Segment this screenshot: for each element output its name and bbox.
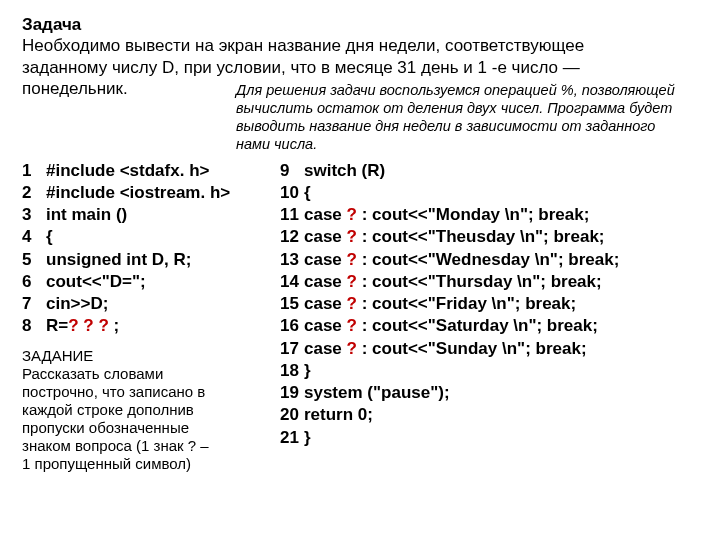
code-line: 18} <box>280 360 698 381</box>
blank-placeholder: ? <box>347 250 357 269</box>
code-line-case: 16case ? : cout<<"Saturday \n"; break; <box>280 315 698 336</box>
blank-placeholder: ? <box>347 272 357 291</box>
line-number: 3 <box>22 204 46 225</box>
code-line: 3int main () <box>22 204 258 225</box>
line-number: 17 <box>280 338 304 359</box>
line-number: 16 <box>280 315 304 336</box>
code-text: } <box>304 360 311 381</box>
code-text: #include <stdafx. h> <box>46 160 209 181</box>
left-column: 1#include <stdafx. h>2#include <iostream… <box>22 160 258 473</box>
blank-placeholder: ? <box>347 294 357 313</box>
code-frag: ; <box>109 316 119 335</box>
code-text: cout<<"D="; <box>46 271 146 292</box>
right-tail-block: 18}19system ("pause");20return 0;21} <box>280 360 698 448</box>
code-text: case ? : cout<<"Monday \n"; break; <box>304 204 589 225</box>
hint-l2: вычислить остаток от деления двух чисел.… <box>236 100 672 116</box>
assignment-l4: пропуски обозначенные <box>22 419 258 437</box>
code-text: case ? : cout<<"Wednesday \n"; break; <box>304 249 619 270</box>
cases-block: 11case ? : cout<<"Monday \n"; break;12ca… <box>280 204 698 359</box>
line-number: 7 <box>22 293 46 314</box>
assignment-l3: каждой строке дополнив <box>22 401 258 419</box>
code-line-case: 13case ? : cout<<"Wednesday \n"; break; <box>280 249 698 270</box>
line-number: 12 <box>280 226 304 247</box>
line-number: 18 <box>280 360 304 381</box>
code-line-case: 12case ? : cout<<"Theusday \n"; break; <box>280 226 698 247</box>
line-number: 9 <box>280 160 304 181</box>
code-text: unsigned int D, R; <box>46 249 191 270</box>
code-text: cin>>D; <box>46 293 108 314</box>
line-number: 6 <box>22 271 46 292</box>
code-line-case: 15case ? : cout<<"Friday \n"; break; <box>280 293 698 314</box>
line-number: 21 <box>280 427 304 448</box>
task-line2: заданному числу D, при условии, что в ме… <box>22 58 580 77</box>
code-line: 7cin>>D; <box>22 293 258 314</box>
code-line: 4{ <box>22 226 258 247</box>
assignment-l6: 1 пропущенный символ) <box>22 455 258 473</box>
code-text: { <box>304 182 311 203</box>
line-number: 2 <box>22 182 46 203</box>
line-number: 5 <box>22 249 46 270</box>
line-number: 10 <box>280 182 304 203</box>
code-line: 5unsigned int D, R; <box>22 249 258 270</box>
code-line-9: 9 switch (R) <box>280 160 698 181</box>
code-line-case: 17case ? : cout<<"Sunday \n"; break; <box>280 338 698 359</box>
line-number: 15 <box>280 293 304 314</box>
task-heading: Задача <box>22 14 698 35</box>
task-line1: Необходимо вывести на экран название дня… <box>22 36 584 55</box>
code-text: } <box>304 427 311 448</box>
code-text: case ? : cout<<"Sunday \n"; break; <box>304 338 587 359</box>
hint-l1: Для решения задачи воспользуемся операци… <box>236 82 675 98</box>
assignment-heading: ЗАДАНИЕ <box>22 347 258 365</box>
code-text: return 0; <box>304 404 373 425</box>
code-text: system ("pause"); <box>304 382 450 403</box>
code-text: #include <iostream. h> <box>46 182 230 203</box>
line-number: 11 <box>280 204 304 225</box>
code-line: 20return 0; <box>280 404 698 425</box>
code-line-8: 8 R=? ? ? ; <box>22 315 258 336</box>
line-number: 20 <box>280 404 304 425</box>
assignment-l1: Рассказать словами <box>22 365 258 383</box>
code-text: case ? : cout<<"Friday \n"; break; <box>304 293 576 314</box>
code-text: case ? : cout<<"Saturday \n"; break; <box>304 315 598 336</box>
code-line: 19system ("pause"); <box>280 382 698 403</box>
blank-placeholder: ? <box>347 316 357 335</box>
code-line-case: 11case ? : cout<<"Monday \n"; break; <box>280 204 698 225</box>
blank-placeholder: ? <box>347 339 357 358</box>
task-line3: понедельник. <box>22 79 128 98</box>
hint-l3: выводить название дня недели в зависимос… <box>236 118 655 134</box>
code-frag: R= <box>46 316 68 335</box>
blank-placeholder: ? <box>347 227 357 246</box>
code-text: case ? : cout<<"Theusday \n"; break; <box>304 226 605 247</box>
line-number: 8 <box>22 315 46 336</box>
code-text: case ? : cout<<"Thursday \n"; break; <box>304 271 602 292</box>
code-line-10: 10 { <box>280 182 698 203</box>
assignment-l5: знаком вопроса (1 знак ? – <box>22 437 258 455</box>
assignment-l2: построчно, что записано в <box>22 383 258 401</box>
blank-placeholder: ? <box>347 205 357 224</box>
code-text: switch (R) <box>304 160 385 181</box>
left-code-block: 1#include <stdafx. h>2#include <iostream… <box>22 160 258 315</box>
hint-text: Для решения задачи воспользуемся операци… <box>236 81 698 154</box>
line-number: 19 <box>280 382 304 403</box>
assignment-block: ЗАДАНИЕ Рассказать словами построчно, чт… <box>22 347 258 473</box>
line-number: 13 <box>280 249 304 270</box>
line-number: 4 <box>22 226 46 247</box>
blank-placeholder: ? ? ? <box>68 316 109 335</box>
code-line: 6cout<<"D="; <box>22 271 258 292</box>
code-columns: 1#include <stdafx. h>2#include <iostream… <box>22 160 698 473</box>
code-text: int main () <box>46 204 127 225</box>
code-text: { <box>46 226 53 247</box>
hint-l4: нами числа. <box>236 136 317 152</box>
line-number: 1 <box>22 160 46 181</box>
code-text: R=? ? ? ; <box>46 315 119 336</box>
code-line: 21} <box>280 427 698 448</box>
code-line: 1#include <stdafx. h> <box>22 160 258 181</box>
code-line-case: 14case ? : cout<<"Thursday \n"; break; <box>280 271 698 292</box>
right-column: 9 switch (R) 10 { 11case ? : cout<<"Mond… <box>280 160 698 449</box>
line-number: 14 <box>280 271 304 292</box>
code-line: 2#include <iostream. h> <box>22 182 258 203</box>
